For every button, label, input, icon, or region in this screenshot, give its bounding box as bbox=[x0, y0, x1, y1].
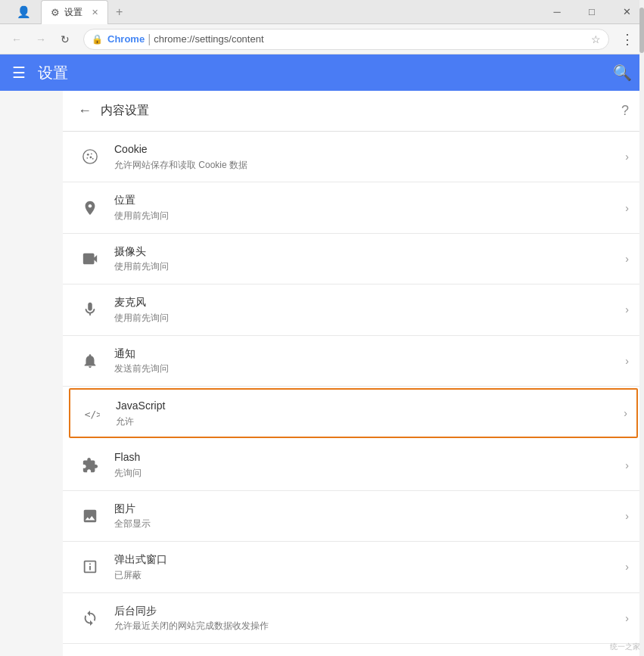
back-arrow-button[interactable]: ← bbox=[78, 103, 92, 119]
tab-settings-icon: ⚙ bbox=[51, 7, 60, 18]
titlebar-left: 👤 ⚙ 设置 ✕ + bbox=[6, 0, 130, 24]
cookie-subtitle: 允许网站保存和读取 Cookie 数据 bbox=[114, 159, 625, 172]
image-icon bbox=[78, 504, 102, 528]
microphone-arrow: › bbox=[625, 303, 629, 316]
camera-text: 摄像头 使用前先询问 bbox=[114, 244, 625, 273]
svg-point-1 bbox=[87, 154, 89, 156]
background-sync-arrow: › bbox=[625, 612, 629, 624]
notification-title: 通知 bbox=[114, 347, 625, 362]
javascript-text: JavaScript 允许 bbox=[116, 399, 624, 427]
list-item[interactable]: 图片 全部显示 › bbox=[63, 491, 644, 542]
notification-icon bbox=[78, 349, 102, 373]
help-icon[interactable]: ? bbox=[621, 103, 629, 119]
back-button[interactable]: ← bbox=[6, 29, 27, 50]
microphone-subtitle: 使用前先询问 bbox=[114, 312, 625, 325]
active-tab[interactable]: ⚙ 设置 ✕ bbox=[41, 0, 108, 24]
list-item[interactable]: Cookie 允许网站保存和读取 Cookie 数据 › bbox=[63, 132, 644, 182]
browser-toolbar: ← → ↻ 🔒 Chrome | chrome://settings/conte… bbox=[0, 24, 644, 54]
background-sync-subtitle: 允许最近关闭的网站完成数据收发操作 bbox=[114, 620, 625, 633]
location-icon bbox=[78, 196, 102, 220]
image-arrow: › bbox=[625, 510, 629, 522]
flash-title: Flash bbox=[114, 450, 625, 465]
watermark: 统一之家 bbox=[610, 642, 640, 652]
flash-subtitle: 先询问 bbox=[114, 467, 625, 480]
bookmark-star-icon[interactable]: ☆ bbox=[591, 33, 601, 45]
javascript-icon: </> bbox=[79, 401, 104, 425]
list-item[interactable]: 通知 发送前先询问 › bbox=[63, 336, 644, 387]
sync-icon bbox=[78, 606, 102, 630]
javascript-subtitle: 允许 bbox=[116, 415, 624, 428]
image-subtitle: 全部显示 bbox=[114, 518, 625, 530]
notification-arrow: › bbox=[625, 355, 629, 367]
search-icon[interactable]: 🔍 bbox=[613, 64, 632, 82]
list-item[interactable]: 摄像头 使用前先询问 › bbox=[63, 234, 644, 284]
address-url: chrome://settings/content bbox=[154, 33, 588, 45]
svg-point-5 bbox=[92, 158, 94, 160]
flash-arrow: › bbox=[625, 459, 629, 471]
javascript-title: JavaScript bbox=[116, 399, 624, 414]
flash-text: Flash 先询问 bbox=[114, 450, 625, 479]
tab-close-button[interactable]: ✕ bbox=[92, 8, 98, 17]
chrome-header: ☰ 设置 🔍 bbox=[0, 54, 644, 91]
hamburger-menu-icon[interactable]: ☰ bbox=[12, 64, 26, 82]
address-separator: | bbox=[148, 33, 151, 46]
restore-button[interactable]: □ bbox=[574, 0, 609, 24]
cookie-arrow: › bbox=[625, 151, 629, 163]
camera-icon bbox=[78, 247, 102, 271]
popup-arrow: › bbox=[625, 561, 629, 573]
chrome-menu-button[interactable]: ⋮ bbox=[617, 29, 638, 50]
cookie-icon bbox=[78, 145, 102, 169]
popup-text: 弹出式窗口 已屏蔽 bbox=[114, 552, 625, 581]
minimize-button[interactable]: ─ bbox=[540, 0, 574, 24]
javascript-item[interactable]: </> JavaScript 允许 › bbox=[69, 388, 638, 438]
forward-button[interactable]: → bbox=[30, 29, 51, 50]
popup-subtitle: 已屏蔽 bbox=[114, 569, 625, 582]
scrollbar-thumb[interactable] bbox=[639, 8, 644, 53]
image-text: 图片 全部显示 bbox=[114, 502, 625, 530]
tab-label: 设置 bbox=[64, 6, 82, 19]
microphone-title: 麦克风 bbox=[114, 295, 625, 310]
sidebar bbox=[0, 91, 63, 656]
image-title: 图片 bbox=[114, 502, 625, 517]
popup-icon bbox=[78, 555, 102, 579]
location-text: 位置 使用前先询问 bbox=[114, 193, 625, 222]
list-item[interactable]: 弹出式窗口 已屏蔽 › bbox=[63, 542, 644, 592]
microphone-text: 麦克风 使用前先询问 bbox=[114, 295, 625, 324]
list-item[interactable]: Flash 先询问 › bbox=[63, 440, 644, 490]
svg-point-4 bbox=[90, 157, 92, 159]
lock-icon: 🔒 bbox=[92, 34, 103, 45]
refresh-button[interactable]: ↻ bbox=[54, 29, 76, 50]
location-title: 位置 bbox=[114, 193, 625, 208]
address-site: Chrome bbox=[107, 33, 145, 45]
titlebar: 👤 ⚙ 设置 ✕ + ─ □ ✕ bbox=[0, 0, 644, 24]
svg-point-3 bbox=[86, 157, 88, 159]
scrollbar[interactable] bbox=[639, 0, 644, 656]
location-subtitle: 使用前先询问 bbox=[114, 210, 625, 222]
settings-header: ← 内容设置 ? bbox=[63, 91, 644, 132]
cookie-text: Cookie 允许网站保存和读取 Cookie 数据 bbox=[114, 142, 625, 171]
location-arrow: › bbox=[625, 202, 629, 214]
notification-subtitle: 发送前先询问 bbox=[114, 362, 625, 375]
new-tab-button[interactable]: + bbox=[108, 2, 130, 23]
content-wrapper: ← 内容设置 ? Cookie 允许网站保存和读取 Cookie 数据 › 位置… bbox=[0, 91, 644, 656]
camera-arrow: › bbox=[625, 253, 629, 265]
popup-title: 弹出式窗口 bbox=[114, 552, 625, 567]
list-item[interactable]: 位置 使用前先询问 › bbox=[63, 182, 644, 233]
window-controls: ─ □ ✕ bbox=[540, 0, 644, 24]
background-sync-text: 后台同步 允许最近关闭的网站完成数据收发操作 bbox=[114, 604, 625, 633]
flash-icon bbox=[78, 453, 102, 477]
list-item[interactable]: 后台同步 允许最近关闭的网站完成数据收发操作 › bbox=[63, 593, 644, 644]
user-icon: 👤 bbox=[6, 0, 41, 24]
camera-title: 摄像头 bbox=[114, 244, 625, 260]
list-item[interactable]: 麦克风 使用前先询问 › bbox=[63, 284, 644, 335]
main-content: ← 内容设置 ? Cookie 允许网站保存和读取 Cookie 数据 › 位置… bbox=[63, 91, 644, 656]
svg-point-2 bbox=[91, 154, 92, 155]
content-settings-title: 内容设置 bbox=[101, 103, 612, 119]
background-sync-title: 后台同步 bbox=[114, 604, 625, 619]
microphone-icon bbox=[78, 297, 102, 322]
cookie-title: Cookie bbox=[114, 142, 625, 157]
svg-text:</>: </> bbox=[85, 409, 100, 420]
javascript-arrow: › bbox=[624, 407, 627, 419]
address-bar[interactable]: 🔒 Chrome | chrome://settings/content ☆ bbox=[83, 29, 609, 50]
notification-text: 通知 发送前先询问 bbox=[114, 347, 625, 375]
